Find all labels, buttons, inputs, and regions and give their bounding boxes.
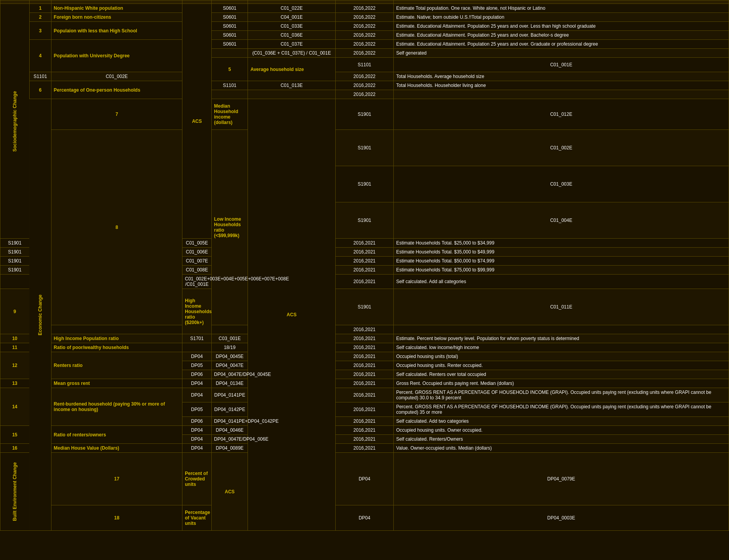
header-num <box>29 0 51 4</box>
year-cell: 2016,2021 <box>335 417 394 426</box>
table-row: 10High Income Population ratioS1701C03_0… <box>0 334 729 343</box>
header-variable <box>248 0 335 4</box>
table-row: 4Population with University DegreeS0601C… <box>0 40 729 49</box>
variable-cell: DP04_0046E <box>211 426 248 435</box>
dataset-cell: S1901 <box>335 99 394 130</box>
description-cell: Self calculated. Renters/Owners <box>394 435 729 444</box>
table-row: 13Mean gross rentDP04DP04_0134E2016,2021… <box>0 379 729 388</box>
year-cell: 2016,2022 <box>335 31 394 40</box>
year-cell: 2016,2021 <box>335 388 394 402</box>
description-cell: Total Households. Average household size <box>394 72 729 81</box>
variable-cell: DP04_0047E/DP04_006E <box>211 435 248 444</box>
variable-cell: C03_001E <box>211 334 248 343</box>
indicator-cell: Rent-burdened household (paying 30% or m… <box>51 388 182 426</box>
dataset-cell: S1901 <box>0 248 30 257</box>
year-cell: 2016,2021 <box>335 266 394 275</box>
year-cell: 2016,2021 <box>335 248 394 257</box>
dataset-cell: S1901 <box>335 166 394 202</box>
indicator-cell: Median Household income (dollars) <box>211 99 248 130</box>
dataset-cell <box>211 49 248 58</box>
year-cell: 2016,2022 <box>335 90 394 99</box>
num-cell: 3 <box>29 22 51 40</box>
variable-cell <box>211 325 248 334</box>
description-cell: Percent. GROSS RENT AS A PERCENTAGE OF H… <box>394 388 729 402</box>
description-cell: Estimate Households Total. $25,000 to $3… <box>394 239 729 248</box>
indicator-cell: Median House Value (Dollars) <box>51 444 182 453</box>
variable-cell: DP04_0089E <box>211 444 248 453</box>
dataset-cell <box>0 275 30 289</box>
table-row: Built Environment Change17Percent of Cro… <box>0 453 729 505</box>
variable-cell: C01_011E <box>394 289 729 325</box>
year-cell: 2016,2022 <box>335 72 394 81</box>
year-cell: 2016,2021 <box>335 402 394 417</box>
description-cell: Self calculated. Add two categories <box>394 417 729 426</box>
table-row: 2016,2021 <box>0 325 729 334</box>
header-year <box>335 0 394 4</box>
year-cell: 2016,2022 <box>335 22 394 31</box>
indicator-cell: Percentage of Vacant units <box>182 505 212 531</box>
dataset-cell: S1901 <box>0 266 30 275</box>
variable-cell: DP04_0003E <box>394 505 729 531</box>
num-cell: 17 <box>51 453 182 505</box>
description-cell: Estimate Households Total. $50,000 to $7… <box>394 257 729 266</box>
indicator-cell: Percentage of One-person Households <box>51 81 182 99</box>
num-cell: 1 <box>29 4 51 13</box>
indicator-cell: Populaion with less than High School <box>51 22 182 40</box>
description-cell: Estimate Households Total. $75,000 to $9… <box>394 266 729 275</box>
variable-cell: C01_037E <box>248 40 335 49</box>
dataset-cell: S0601 <box>211 4 248 13</box>
variable-cell: C01_002E <box>394 130 729 166</box>
description-cell: Occupied housing units. Renter occupied. <box>394 361 729 370</box>
description-cell: Percent. GROSS RENT AS A PERCENTAGE OF H… <box>394 402 729 417</box>
year-cell: 2016,2021 <box>335 426 394 435</box>
indicator-cell: High Income Population ratio <box>51 334 182 343</box>
num-cell: 5 <box>211 58 248 81</box>
variable-cell: DP04_0045E <box>211 352 248 361</box>
dataset-cell: S1901 <box>0 239 30 248</box>
variable-cell: DP04_0141PE+DP04_0142PE <box>211 417 248 426</box>
dataset-cell: DP04 <box>335 505 394 531</box>
num-cell: 18 <box>51 505 182 531</box>
dataset-cell <box>211 90 248 99</box>
header-topic <box>0 0 30 4</box>
table-row: 16Median House Value (Dollars)DP04DP04_0… <box>0 444 729 453</box>
num-cell: 14 <box>0 388 30 426</box>
description-cell: Estimate. Educational Attainment. Popula… <box>394 22 729 31</box>
description-cell: Self calculated. Renters over total occu… <box>394 370 729 379</box>
dataset-cell: S0601 <box>211 22 248 31</box>
description-cell: Occupied housing units. Owner occupied. <box>394 426 729 435</box>
description-cell: Estimate Total population. One race. Whi… <box>394 4 729 13</box>
num-cell: 6 <box>29 81 51 99</box>
variable-cell: C01_007E <box>182 257 212 266</box>
variable-cell: 18/19 <box>211 343 248 352</box>
year-cell: 2016,2021 <box>335 361 394 370</box>
topic-cell: Economic Change <box>29 99 51 531</box>
dataset-cell: S1101 <box>29 72 51 81</box>
variable-cell: C01_005E <box>182 239 212 248</box>
description-cell: Gross Rent. Occupied units paying rent. … <box>394 379 729 388</box>
description-cell: Total Households. Householder living alo… <box>394 81 729 90</box>
header-indicator <box>51 0 182 4</box>
variable-cell: DP04_0142PE <box>211 402 248 417</box>
variable-cell: C01_008E <box>182 266 212 275</box>
source-cell: ACS <box>211 453 248 531</box>
variable-cell: C01_002E <box>51 72 182 81</box>
variable-cell: DP04_0141PE <box>211 388 248 402</box>
description-cell: Estimate. Educational Attainment. Popula… <box>394 31 729 40</box>
variable-cell: DP04_0079E <box>394 453 729 505</box>
description-cell: Self calculated. Add all categories <box>394 275 729 289</box>
table-row: 18Percentage of Vacant unitsDP04DP04_000… <box>0 505 729 531</box>
description-cell: Estimate Households Total. $35,000 to $4… <box>394 248 729 257</box>
variable-cell: C01_004E <box>394 202 729 239</box>
table-row: 6Percentage of One-person HouseholdsS110… <box>0 81 729 90</box>
year-cell: 2016,2022 <box>335 81 394 90</box>
description-cell <box>394 325 729 334</box>
variable-cell: C01_006E <box>182 248 212 257</box>
indicator-cell: Non-Hispanic White population <box>51 4 182 13</box>
dataset-cell: DP04 <box>182 352 212 361</box>
year-cell: 2016,2022 <box>335 13 394 22</box>
num-cell: 2 <box>29 13 51 22</box>
variable-cell: C01_002E+003E+004E+005E+006E+007E+008E /… <box>182 275 212 289</box>
dataset-cell: S0601 <box>211 40 248 49</box>
year-cell: 2016,2021 <box>335 444 394 453</box>
